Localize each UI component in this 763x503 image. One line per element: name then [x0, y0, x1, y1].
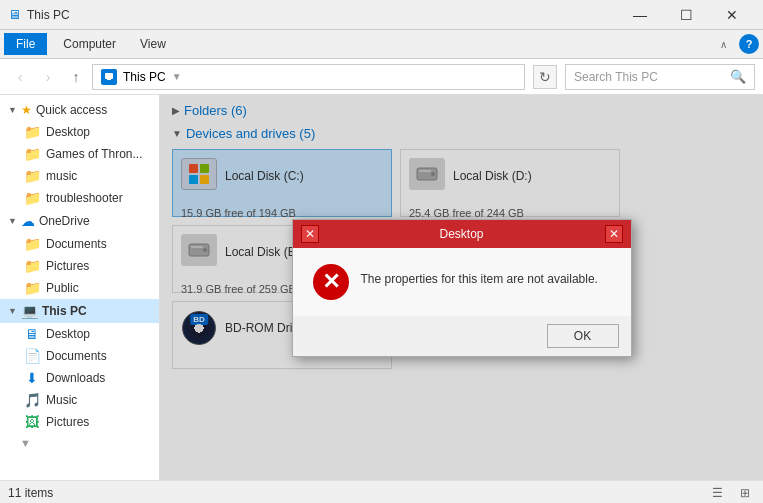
folder-icon-troubleshooter: 📁	[24, 190, 40, 206]
sidebar-label-downloads: Downloads	[46, 371, 105, 385]
folder-icon-public-od: 📁	[24, 280, 40, 296]
main-container: ▼ ★ Quick access 📁 Desktop 📁 Games of Th…	[0, 95, 763, 480]
tab-view[interactable]: View	[128, 33, 178, 55]
quick-access-star-icon: ★	[21, 103, 32, 117]
sidebar-item-music-quick[interactable]: 📁 music	[0, 165, 159, 187]
dialog-close-button[interactable]: ✕	[605, 225, 623, 243]
sidebar-item-desktop-pc[interactable]: 🖥 Desktop	[0, 323, 159, 345]
cloud-icon: ☁	[21, 213, 35, 229]
title-bar-title: This PC	[27, 8, 70, 22]
refresh-button[interactable]: ↻	[533, 65, 557, 89]
folder-icon-pictures-od: 📁	[24, 258, 40, 274]
scroll-down-indicator: ▼	[0, 433, 159, 453]
svg-rect-1	[107, 79, 111, 80]
sidebar-label-desktop-quick: Desktop	[46, 125, 90, 139]
error-icon: ✕	[313, 264, 349, 300]
title-bar: 🖥 This PC — ☐ ✕	[0, 0, 763, 30]
downloads-icon: ⬇	[24, 370, 40, 386]
sidebar-item-music-pc[interactable]: 🎵 Music	[0, 389, 159, 411]
sidebar-item-public-od[interactable]: 📁 Public	[0, 277, 159, 299]
ribbon: File Computer View ∧ ?	[0, 30, 763, 59]
dialog-title: Desktop	[319, 227, 605, 241]
sidebar-label-music-quick: music	[46, 169, 77, 183]
breadcrumb-expand[interactable]: ▼	[172, 71, 182, 82]
sidebar-label-music-pc: Music	[46, 393, 77, 407]
dialog-footer: OK	[293, 316, 631, 356]
window-icon: 🖥	[8, 7, 21, 22]
sidebar-item-documents-od[interactable]: 📁 Documents	[0, 233, 159, 255]
close-button[interactable]: ✕	[709, 0, 755, 30]
sidebar-label-desktop-pc: Desktop	[46, 327, 90, 341]
view-details-button[interactable]: ☰	[707, 483, 727, 503]
forward-button[interactable]: ›	[36, 65, 60, 89]
dialog-title-bar-icon: ✕	[301, 225, 319, 243]
sidebar-label-documents-pc: Documents	[46, 349, 107, 363]
onedrive-arrow: ▼	[8, 216, 17, 226]
search-placeholder: Search This PC	[574, 70, 658, 84]
onedrive-label: OneDrive	[39, 214, 90, 228]
status-bar-right: ☰ ⊞	[707, 483, 755, 503]
minimize-button[interactable]: —	[617, 0, 663, 30]
view-tiles-button[interactable]: ⊞	[735, 483, 755, 503]
tab-file[interactable]: File	[4, 33, 47, 55]
dialog-body: ✕ The properties for this item are not a…	[293, 248, 631, 316]
folder-icon-desktop: 📁	[24, 124, 40, 140]
svg-rect-0	[105, 73, 113, 79]
sidebar-label-pictures-od: Pictures	[46, 259, 89, 273]
folder-icon-documents-od: 📁	[24, 236, 40, 252]
this-pc-icon: 💻	[21, 303, 38, 319]
sidebar: ▼ ★ Quick access 📁 Desktop 📁 Games of Th…	[0, 95, 160, 480]
music-pc-icon: 🎵	[24, 392, 40, 408]
breadcrumb[interactable]: This PC ▼	[92, 64, 525, 90]
quick-access-arrow: ▼	[8, 105, 17, 115]
sidebar-onedrive-header[interactable]: ▼ ☁ OneDrive	[0, 209, 159, 233]
sidebar-item-pictures-pc[interactable]: 🖼 Pictures	[0, 411, 159, 433]
desktop-error-dialog: ✕ Desktop ✕ ✕ The properties for this it…	[292, 219, 632, 357]
sidebar-item-pictures-od[interactable]: 📁 Pictures	[0, 255, 159, 277]
search-icon[interactable]: 🔍	[730, 69, 746, 84]
ribbon-tabs: File Computer View ∧ ?	[0, 30, 763, 58]
folder-icon-got: 📁	[24, 146, 40, 162]
pictures-pc-icon: 🖼	[24, 414, 40, 430]
search-bar[interactable]: Search This PC 🔍	[565, 64, 755, 90]
sidebar-this-pc-header[interactable]: ▼ 💻 This PC	[0, 299, 159, 323]
ribbon-collapse-chevron[interactable]: ∧	[712, 39, 735, 50]
this-pc-label: This PC	[42, 304, 87, 318]
folder-icon-music: 📁	[24, 168, 40, 184]
dialog-overlay: ✕ Desktop ✕ ✕ The properties for this it…	[160, 95, 763, 480]
breadcrumb-text: This PC	[123, 70, 166, 84]
desktop-pc-icon: 🖥	[24, 326, 40, 342]
back-button[interactable]: ‹	[8, 65, 32, 89]
sidebar-label-documents-od: Documents	[46, 237, 107, 251]
sidebar-label-got: Games of Thron...	[46, 147, 143, 161]
nav-bar: ‹ › ↑ This PC ▼ ↻ Search This PC 🔍	[0, 59, 763, 95]
sidebar-label-troubleshooter: troubleshooter	[46, 191, 123, 205]
sidebar-item-troubleshooter[interactable]: 📁 troubleshooter	[0, 187, 159, 209]
documents-pc-icon: 📄	[24, 348, 40, 364]
title-bar-left: 🖥 This PC	[8, 7, 70, 22]
sidebar-item-documents-pc[interactable]: 📄 Documents	[0, 345, 159, 367]
sidebar-label-pictures-pc: Pictures	[46, 415, 89, 429]
up-button[interactable]: ↑	[64, 65, 88, 89]
tab-computer[interactable]: Computer	[51, 33, 128, 55]
sidebar-item-downloads[interactable]: ⬇ Downloads	[0, 367, 159, 389]
maximize-button[interactable]: ☐	[663, 0, 709, 30]
item-count: 11 items	[8, 486, 53, 500]
help-button[interactable]: ?	[739, 34, 759, 54]
content-area: ▶ Folders (6) ▼ Devices and drives (5)	[160, 95, 763, 480]
breadcrumb-pc-icon	[101, 69, 117, 85]
dialog-title-bar: ✕ Desktop ✕	[293, 220, 631, 248]
dialog-message: The properties for this item are not ava…	[361, 264, 598, 286]
sidebar-label-public-od: Public	[46, 281, 79, 295]
quick-access-label: Quick access	[36, 103, 107, 117]
sidebar-quick-access-header[interactable]: ▼ ★ Quick access	[0, 99, 159, 121]
this-pc-arrow: ▼	[8, 306, 17, 316]
sidebar-item-got[interactable]: 📁 Games of Thron...	[0, 143, 159, 165]
sidebar-item-desktop-quick[interactable]: 📁 Desktop	[0, 121, 159, 143]
title-bar-controls: — ☐ ✕	[617, 0, 755, 30]
status-bar: 11 items ☰ ⊞	[0, 480, 763, 503]
ok-button[interactable]: OK	[547, 324, 619, 348]
